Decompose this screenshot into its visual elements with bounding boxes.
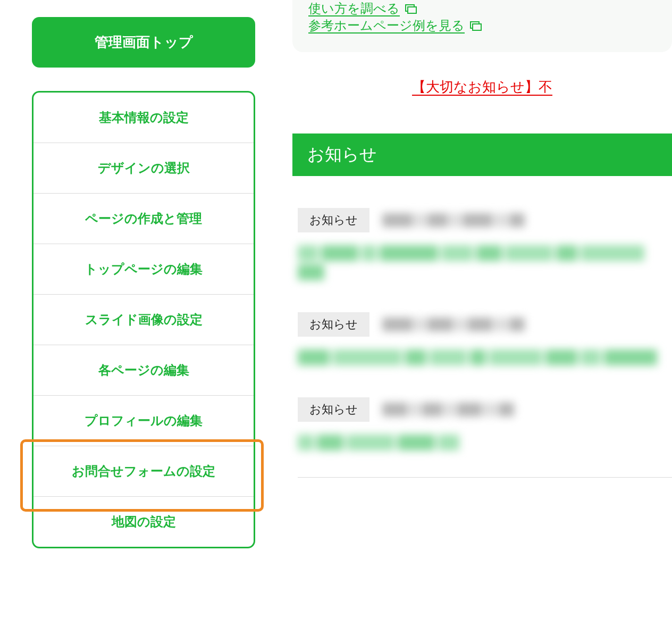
sidebar-item-design-select[interactable]: デザインの選択	[33, 143, 254, 194]
news-body-redacted	[298, 245, 672, 280]
important-notice: 【大切なお知らせ】不	[292, 78, 672, 96]
news-body-redacted	[298, 349, 672, 365]
external-link-icon	[470, 21, 480, 30]
sidebar-item-profile-edit[interactable]: プロフィールの編集	[33, 396, 254, 446]
main-content: 使い方を調べる 参考ホームページ例を見る 【大切なお知らせ】不 お知らせ お知ら…	[292, 0, 672, 548]
news-item: お知らせ	[298, 312, 672, 365]
sidebar-item-map-settings[interactable]: 地図の設定	[33, 497, 254, 547]
help-link-examples[interactable]: 参考ホームページ例を見る	[308, 17, 480, 34]
news-list: お知らせ	[292, 208, 672, 478]
news-body-redacted	[298, 435, 672, 450]
important-notice-link[interactable]: 【大切なお知らせ】不	[412, 79, 552, 95]
sidebar-item-page-management[interactable]: ページの作成と管理	[33, 194, 254, 244]
sidebar: 管理画面トップ 基本情報の設定 デザインの選択 ページの作成と管理 トップページ…	[32, 0, 255, 548]
news-divider	[298, 477, 672, 478]
news-badge: お知らせ	[298, 208, 369, 232]
news-badge: お知らせ	[298, 397, 369, 422]
sidebar-item-toppage-edit[interactable]: トップページの編集	[33, 244, 254, 295]
news-item: お知らせ	[298, 208, 672, 280]
admin-top-button[interactable]: 管理画面トップ	[32, 17, 255, 68]
news-date-redacted	[382, 403, 514, 416]
news-section-header: お知らせ	[292, 133, 672, 176]
help-link-examples-label: 参考ホームページ例を見る	[308, 17, 465, 34]
sidebar-menu: 基本情報の設定 デザインの選択 ページの作成と管理 トップページの編集 スライド…	[32, 91, 255, 548]
help-link-usage-label: 使い方を調べる	[308, 0, 400, 17]
news-date-redacted	[382, 213, 525, 227]
news-badge: お知らせ	[298, 312, 369, 337]
news-date-redacted	[382, 318, 525, 331]
help-link-usage[interactable]: 使い方を調べる	[308, 0, 415, 17]
sidebar-item-slide-settings[interactable]: スライド画像の設定	[33, 295, 254, 345]
sidebar-item-pages-edit[interactable]: 各ページの編集	[33, 345, 254, 396]
help-links-box: 使い方を調べる 参考ホームページ例を見る	[292, 0, 672, 52]
sidebar-item-contact-form[interactable]: お問合せフォームの設定	[33, 446, 254, 497]
sidebar-item-basic-settings[interactable]: 基本情報の設定	[33, 93, 254, 143]
external-link-icon	[405, 4, 415, 13]
news-item: お知らせ	[298, 397, 672, 478]
